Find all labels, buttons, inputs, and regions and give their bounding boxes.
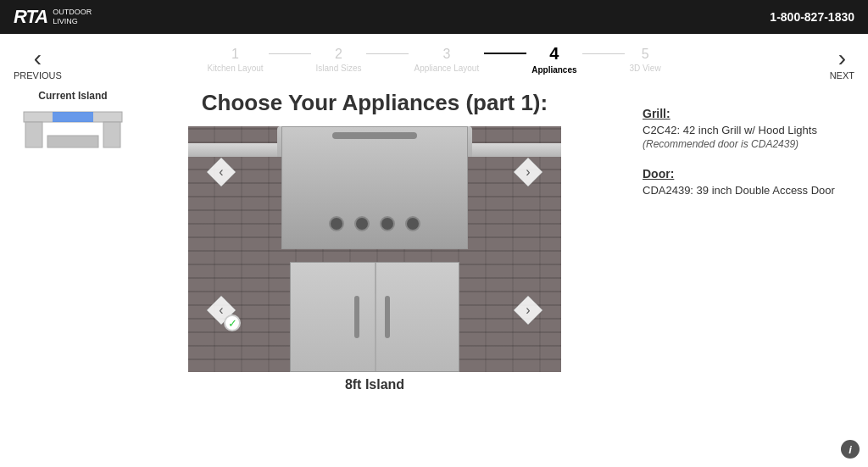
center-content: Choose Your Appliances (part 1): xyxy=(132,90,617,389)
progress-steps: 1 Kitchen Layout 2 Island Sizes 3 Applia… xyxy=(0,34,868,81)
sidebar: Current Island xyxy=(14,90,132,389)
info-button[interactable]: i xyxy=(841,440,860,459)
door-divider xyxy=(375,263,376,371)
arrow-bottom-left[interactable]: ‹ ✓ xyxy=(205,294,237,330)
svg-text:›: › xyxy=(526,303,530,317)
svg-text:›: › xyxy=(526,164,530,179)
knob-1 xyxy=(329,216,344,231)
grill-body xyxy=(281,126,468,249)
grill-note: (Recommended door is CDA2439) xyxy=(643,138,837,150)
page-title: Choose Your Appliances (part 1): xyxy=(202,90,548,116)
step-5[interactable]: 5 3D View xyxy=(630,47,661,73)
step-5-number: 5 xyxy=(642,47,649,62)
svg-rect-4 xyxy=(53,112,93,122)
logo-tagline: outdoor living xyxy=(53,8,92,26)
logo: RTA outdoor living xyxy=(14,6,92,28)
door-title: Door: xyxy=(643,167,837,181)
step-3-label: Appliance Layout xyxy=(414,64,479,73)
right-panel: Grill: C2C42: 42 inch Grill w/ Hood Ligh… xyxy=(617,90,854,389)
svg-rect-2 xyxy=(103,122,120,147)
knob-4 xyxy=(405,216,420,231)
logo-sub1: outdoor xyxy=(53,8,92,17)
svg-text:‹: ‹ xyxy=(219,303,223,317)
svg-rect-1 xyxy=(25,122,42,147)
step-3[interactable]: 3 Appliance Layout xyxy=(414,47,479,73)
logo-sub2: living xyxy=(53,17,92,26)
step-4-number: 4 xyxy=(549,44,559,64)
checkmark-badge: ✓ xyxy=(224,314,241,331)
step-5-label: 3D View xyxy=(630,64,661,73)
step-line-2 xyxy=(366,53,409,54)
door-section: Door: CDA2439: 39 inch Double Access Doo… xyxy=(643,167,837,197)
arrow-bottom-right[interactable]: › xyxy=(512,294,544,330)
header: RTA outdoor living 1-800-827-1830 xyxy=(0,0,868,34)
grill-knobs xyxy=(329,216,420,231)
knob-3 xyxy=(380,216,395,231)
grill-handle xyxy=(332,132,417,139)
next-arrow-icon: › xyxy=(838,47,846,70)
next-button[interactable]: › NEXT xyxy=(823,43,861,84)
step-line-3 xyxy=(484,53,526,54)
step-3-number: 3 xyxy=(442,47,450,62)
grill-section: Grill: C2C42: 42 inch Grill w/ Hood Ligh… xyxy=(643,107,837,150)
prev-button[interactable]: ‹ PREVIOUS xyxy=(7,43,69,84)
island-preview xyxy=(22,105,124,156)
door-panel xyxy=(290,262,459,372)
step-2[interactable]: 2 Island Sizes xyxy=(316,47,362,73)
step-1-number: 1 xyxy=(231,47,239,62)
logo-rta: RTA xyxy=(14,6,47,28)
svg-rect-3 xyxy=(47,136,98,147)
prev-arrow-icon: ‹ xyxy=(34,47,42,70)
door-handle-left xyxy=(354,296,359,338)
island-label: 8ft Island xyxy=(188,377,561,392)
next-label: NEXT xyxy=(830,70,854,81)
step-2-label: Island Sizes xyxy=(316,64,362,73)
island-image-container: ‹ › ‹ ✓ xyxy=(188,126,561,389)
svg-text:‹: ‹ xyxy=(219,164,223,179)
grill-title: Grill: xyxy=(643,107,837,120)
step-4-label: Appliances xyxy=(531,65,576,75)
door-desc: CDA2439: 39 inch Double Access Door xyxy=(643,184,837,197)
phone-number: 1-800-827-1830 xyxy=(770,10,854,24)
step-1[interactable]: 1 Kitchen Layout xyxy=(207,47,263,73)
island-image: ‹ › ‹ ✓ xyxy=(188,126,561,372)
step-4[interactable]: 4 Appliances xyxy=(531,44,576,75)
current-island-label: Current Island xyxy=(14,90,132,102)
arrow-top-left[interactable]: ‹ xyxy=(205,156,237,192)
step-line-4 xyxy=(582,53,625,54)
knob-2 xyxy=(354,216,370,231)
door-handle-right xyxy=(385,296,390,338)
arrow-top-right[interactable]: › xyxy=(512,156,544,192)
step-2-number: 2 xyxy=(335,47,342,62)
step-1-label: Kitchen Layout xyxy=(207,64,263,73)
grill-desc: C2C42: 42 inch Grill w/ Hood Lights xyxy=(643,124,837,136)
prev-label: PREVIOUS xyxy=(14,70,62,81)
island-preview-svg xyxy=(22,105,124,156)
main-content: Current Island Choose Your Appliances (p… xyxy=(0,90,868,389)
step-line-1 xyxy=(269,53,311,54)
